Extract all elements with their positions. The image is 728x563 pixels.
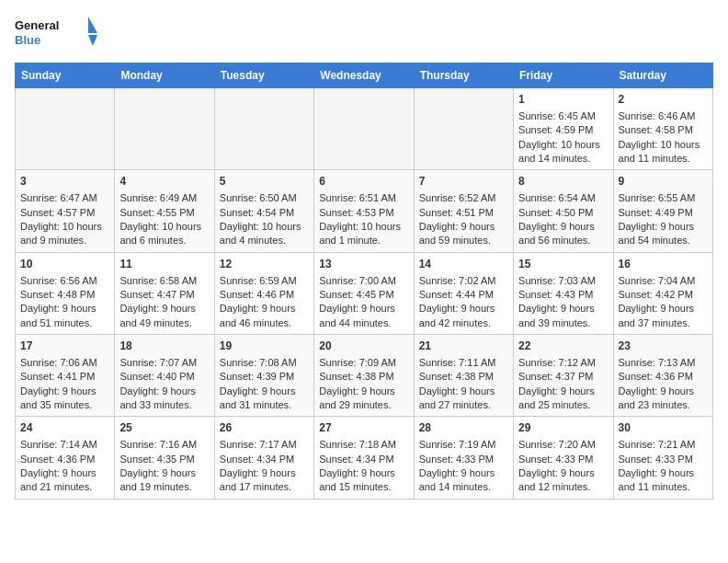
calendar-cell: 27Sunrise: 7:18 AMSunset: 4:34 PMDayligh… [314,417,414,499]
calendar-cell [16,88,115,170]
day-info: Sunrise: 7:14 AM [20,438,109,452]
day-info: Sunrise: 7:16 AM [119,438,209,452]
calendar-cell: 28Sunrise: 7:19 AMSunset: 4:33 PMDayligh… [414,417,513,499]
calendar-week-2: 3Sunrise: 6:47 AMSunset: 4:57 PMDaylight… [16,170,713,252]
calendar-week-3: 10Sunrise: 6:56 AMSunset: 4:48 PMDayligh… [16,252,713,334]
calendar-cell: 19Sunrise: 7:08 AMSunset: 4:39 PMDayligh… [214,335,313,417]
day-number: 7 [419,174,508,190]
day-info: Sunset: 4:38 PM [419,370,508,384]
day-info: Sunset: 4:53 PM [319,206,408,220]
calendar-cell: 30Sunrise: 7:21 AMSunset: 4:33 PMDayligh… [613,417,712,499]
day-info: Daylight: 9 hours and 19 minutes. [119,466,209,495]
day-info: Sunset: 4:43 PM [518,288,608,302]
day-info: Daylight: 9 hours and 12 minutes. [518,466,608,495]
day-number: 27 [319,420,408,436]
day-number: 19 [220,339,309,354]
calendar-cell: 25Sunrise: 7:16 AMSunset: 4:35 PMDayligh… [115,417,214,499]
day-number: 10 [20,257,109,272]
day-info: Sunset: 4:33 PM [518,453,608,466]
logo-svg: General Blue [15,15,97,52]
day-info: Sunset: 4:57 PM [20,206,109,220]
day-number: 18 [119,339,209,354]
svg-text:Blue: Blue [15,33,40,47]
day-info: Sunrise: 6:52 AM [419,191,508,205]
day-info: Daylight: 9 hours and 33 minutes. [119,385,209,413]
day-info: Daylight: 9 hours and 59 minutes. [419,220,508,248]
day-info: Sunrise: 7:18 AM [319,438,408,452]
calendar-cell: 6Sunrise: 6:51 AMSunset: 4:53 PMDaylight… [314,170,414,252]
day-info: Sunset: 4:44 PM [419,288,508,302]
day-number: 14 [419,257,508,272]
calendar-cell: 22Sunrise: 7:12 AMSunset: 4:37 PMDayligh… [514,335,613,417]
day-info: Sunrise: 6:49 AM [119,191,209,205]
day-info: Daylight: 9 hours and 21 minutes. [20,466,109,495]
day-info: Daylight: 10 hours and 9 minutes. [20,220,109,248]
day-info: Sunset: 4:33 PM [619,453,708,466]
weekday-header-saturday: Saturday [613,63,712,88]
day-info: Daylight: 9 hours and 23 minutes. [619,385,708,413]
calendar-cell: 10Sunrise: 6:56 AMSunset: 4:48 PMDayligh… [16,252,115,334]
day-number: 5 [220,174,309,190]
day-info: Sunrise: 7:20 AM [518,438,608,452]
day-info: Daylight: 9 hours and 27 minutes. [419,385,508,413]
day-info: Daylight: 9 hours and 35 minutes. [20,385,109,413]
day-number: 20 [319,339,408,354]
day-info: Sunrise: 6:55 AM [619,191,708,205]
calendar-cell: 3Sunrise: 6:47 AMSunset: 4:57 PMDaylight… [16,170,115,252]
day-info: Sunset: 4:37 PM [518,370,608,384]
day-number: 4 [119,174,209,190]
calendar-cell [414,88,513,170]
svg-marker-2 [88,17,97,33]
day-number: 6 [319,174,408,190]
day-info: Daylight: 9 hours and 15 minutes. [319,466,408,495]
day-info: Sunset: 4:36 PM [20,453,109,466]
day-info: Daylight: 9 hours and 49 minutes. [119,302,209,330]
calendar-cell: 7Sunrise: 6:52 AMSunset: 4:51 PMDaylight… [414,170,513,252]
calendar-cell: 11Sunrise: 6:58 AMSunset: 4:47 PMDayligh… [115,252,214,334]
day-info: Daylight: 9 hours and 11 minutes. [619,466,708,495]
day-info: Sunrise: 6:50 AM [220,191,309,205]
day-number: 21 [419,339,508,354]
day-info: Sunrise: 7:00 AM [319,274,408,288]
page-header: General Blue [15,15,713,52]
day-info: Daylight: 9 hours and 29 minutes. [319,385,408,413]
day-info: Daylight: 9 hours and 31 minutes. [220,385,309,413]
day-info: Sunset: 4:46 PM [220,288,309,302]
logo: General Blue [15,15,97,52]
day-info: Sunrise: 6:58 AM [119,274,209,288]
day-info: Sunset: 4:42 PM [619,288,708,302]
calendar-week-1: 1Sunrise: 6:45 AMSunset: 4:59 PMDaylight… [16,88,713,170]
day-info: Daylight: 10 hours and 11 minutes. [619,138,708,167]
day-number: 17 [20,339,109,354]
calendar-cell: 9Sunrise: 6:55 AMSunset: 4:49 PMDaylight… [613,170,712,252]
calendar-cell: 29Sunrise: 7:20 AMSunset: 4:33 PMDayligh… [514,417,613,499]
calendar-cell: 16Sunrise: 7:04 AMSunset: 4:42 PMDayligh… [613,252,712,334]
weekday-header-monday: Monday [115,63,214,88]
calendar-cell: 24Sunrise: 7:14 AMSunset: 4:36 PMDayligh… [16,417,115,499]
weekday-header-wednesday: Wednesday [314,63,414,88]
day-info: Sunset: 4:48 PM [20,288,109,302]
day-number: 28 [419,420,508,436]
weekday-header-row: SundayMondayTuesdayWednesdayThursdayFrid… [16,63,713,88]
day-number: 30 [619,420,708,436]
day-info: Daylight: 9 hours and 46 minutes. [220,302,309,330]
day-info: Sunrise: 6:51 AM [319,191,408,205]
day-info: Sunset: 4:51 PM [419,206,508,220]
calendar-cell: 23Sunrise: 7:13 AMSunset: 4:36 PMDayligh… [613,335,712,417]
day-info: Daylight: 9 hours and 42 minutes. [419,302,508,330]
day-number: 16 [619,257,708,272]
calendar-cell: 21Sunrise: 7:11 AMSunset: 4:38 PMDayligh… [414,335,513,417]
calendar-cell: 15Sunrise: 7:03 AMSunset: 4:43 PMDayligh… [514,252,613,334]
day-info: Sunset: 4:40 PM [119,370,209,384]
calendar-cell: 13Sunrise: 7:00 AMSunset: 4:45 PMDayligh… [314,252,414,334]
day-info: Daylight: 9 hours and 51 minutes. [20,302,109,330]
day-info: Sunrise: 6:59 AM [220,274,309,288]
day-info: Daylight: 10 hours and 1 minute. [319,220,408,248]
day-number: 3 [20,174,109,190]
day-info: Sunset: 4:59 PM [518,123,608,137]
calendar-week-5: 24Sunrise: 7:14 AMSunset: 4:36 PMDayligh… [16,417,713,499]
day-number: 1 [518,92,608,108]
calendar-cell: 26Sunrise: 7:17 AMSunset: 4:34 PMDayligh… [214,417,313,499]
day-info: Sunset: 4:36 PM [619,370,708,384]
day-info: Sunset: 4:58 PM [619,123,708,137]
